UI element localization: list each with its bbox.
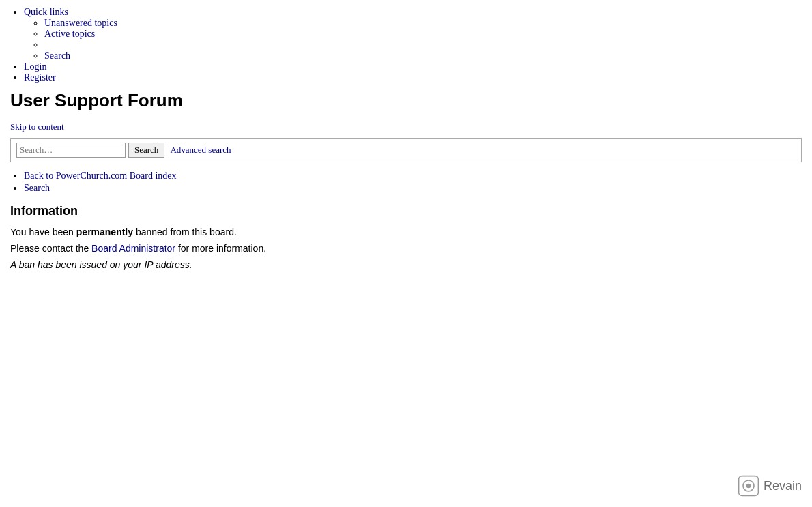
board-administrator-link[interactable]: Board Administrator xyxy=(91,243,175,254)
quick-links-link[interactable]: Quick links xyxy=(24,7,68,17)
login-link[interactable]: Login xyxy=(24,61,46,72)
search-input[interactable] xyxy=(16,143,126,158)
ban-message-prefix: You have been xyxy=(10,227,76,237)
search-bar: Search Advanced search xyxy=(10,138,802,162)
contact-suffix: for more information. xyxy=(175,243,266,254)
nav-section: Quick links Unanswered topics Active top… xyxy=(10,7,802,83)
active-topics-link[interactable]: Active topics xyxy=(44,29,95,39)
skip-to-content-link[interactable]: Skip to content xyxy=(10,121,802,132)
ban-notice: A ban has been issued on your IP address… xyxy=(10,259,802,270)
register-link[interactable]: Register xyxy=(24,72,56,83)
ban-message-bold: permanently xyxy=(76,227,133,237)
advanced-search-link[interactable]: Advanced search xyxy=(170,145,231,156)
contact-text: Please contact the Board Administrator f… xyxy=(10,243,802,254)
information-title: Information xyxy=(10,204,802,218)
back-to-powerchurch-link[interactable]: Back to PowerChurch.com xyxy=(24,171,127,181)
site-title: User Support Forum xyxy=(10,90,802,111)
ban-message-suffix: banned from this board. xyxy=(133,227,237,237)
ban-message: You have been permanently banned from th… xyxy=(10,227,802,237)
search-button[interactable]: Search xyxy=(128,143,164,158)
unanswered-topics-link[interactable]: Unanswered topics xyxy=(44,18,117,28)
board-index-link[interactable]: Board index xyxy=(130,171,177,181)
breadcrumb-nav: Back to PowerChurch.com Board index Sear… xyxy=(10,171,802,194)
breadcrumb-search-link[interactable]: Search xyxy=(24,183,50,193)
contact-prefix: Please contact the xyxy=(10,243,91,254)
nav-search-link[interactable]: Search xyxy=(44,50,70,61)
